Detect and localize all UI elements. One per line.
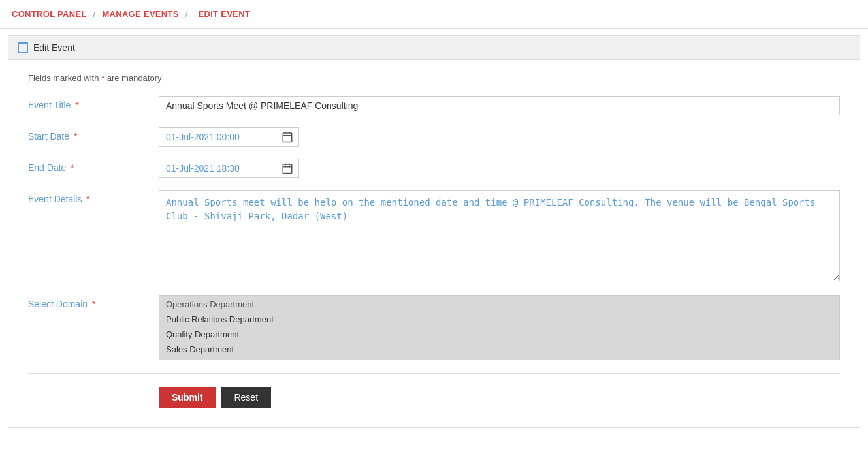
select-domain-label: Select Domain * bbox=[28, 295, 159, 309]
mandatory-note: Fields marked with * are mandatory bbox=[28, 73, 840, 83]
start-date-star: * bbox=[71, 131, 77, 142]
select-domain-row: Select Domain * Operations DepartmentPub… bbox=[28, 295, 840, 360]
event-details-textarea[interactable]: Annual Sports meet will be help on the m… bbox=[159, 190, 840, 281]
breadcrumb-control-panel[interactable]: CONTROL PANEL bbox=[12, 9, 87, 19]
event-title-row: Event Title * bbox=[28, 96, 840, 115]
start-date-input[interactable] bbox=[159, 127, 276, 147]
event-title-star: * bbox=[72, 100, 78, 110]
domain-list-item[interactable]: Operations Department bbox=[159, 297, 839, 312]
submit-button[interactable]: Submit bbox=[159, 387, 216, 408]
domain-list-item[interactable]: Sales Department bbox=[159, 342, 839, 357]
start-date-picker-button[interactable] bbox=[276, 127, 299, 147]
edit-event-panel: Edit Event Fields marked with * are mand… bbox=[8, 35, 860, 428]
panel-body: Fields marked with * are mandatory Event… bbox=[8, 60, 860, 427]
button-row: Submit Reset bbox=[28, 387, 840, 408]
end-date-label: End Date * bbox=[28, 159, 159, 173]
breadcrumb-sep2: / bbox=[185, 9, 188, 19]
breadcrumb-edit-event: EDIT EVENT bbox=[199, 9, 251, 19]
panel-title: Edit Event bbox=[33, 42, 75, 53]
calendar-icon-2 bbox=[281, 162, 293, 174]
start-date-label: Start Date * bbox=[28, 127, 159, 142]
end-date-row: End Date * bbox=[28, 159, 840, 178]
mandatory-note-suffix2: are mandatory bbox=[107, 73, 162, 83]
svg-rect-0 bbox=[283, 133, 292, 142]
mandatory-star: * bbox=[101, 73, 104, 83]
event-title-wrap bbox=[159, 96, 840, 115]
event-details-label: Event Details * bbox=[28, 190, 159, 204]
end-date-star: * bbox=[68, 162, 74, 173]
select-domain-wrap: Operations DepartmentPublic Relations De… bbox=[159, 295, 840, 360]
mandatory-note-text: Fields marked with bbox=[28, 73, 99, 83]
event-title-label: Event Title * bbox=[28, 96, 159, 110]
start-date-wrap bbox=[159, 127, 840, 147]
breadcrumb-manage-events[interactable]: MANAGE EVENTS bbox=[102, 9, 178, 19]
event-title-input[interactable] bbox=[159, 96, 840, 115]
event-details-row: Event Details * Annual Sports meet will … bbox=[28, 190, 840, 283]
end-date-wrap bbox=[159, 159, 840, 178]
event-details-star: * bbox=[84, 194, 89, 204]
end-date-input[interactable] bbox=[159, 159, 276, 178]
domain-list[interactable]: Operations DepartmentPublic Relations De… bbox=[159, 295, 840, 360]
domain-list-item[interactable]: Taxation Department bbox=[159, 357, 839, 360]
domain-list-item[interactable]: Quality Department bbox=[159, 327, 839, 342]
calendar-icon bbox=[281, 131, 293, 143]
breadcrumb: CONTROL PANEL / MANAGE EVENTS / EDIT EVE… bbox=[0, 0, 868, 29]
reset-button[interactable]: Reset bbox=[221, 387, 271, 408]
panel-header-icon bbox=[18, 42, 28, 53]
select-domain-star: * bbox=[89, 299, 95, 309]
svg-rect-4 bbox=[283, 164, 292, 174]
event-details-wrap: Annual Sports meet will be help on the m… bbox=[159, 190, 840, 283]
breadcrumb-sep1: / bbox=[93, 9, 96, 19]
start-date-row: Start Date * bbox=[28, 127, 840, 147]
form-divider bbox=[28, 373, 840, 374]
end-date-picker-button[interactable] bbox=[276, 159, 299, 178]
domain-list-item[interactable]: Public Relations Department bbox=[159, 312, 839, 327]
panel-header: Edit Event bbox=[8, 36, 860, 60]
